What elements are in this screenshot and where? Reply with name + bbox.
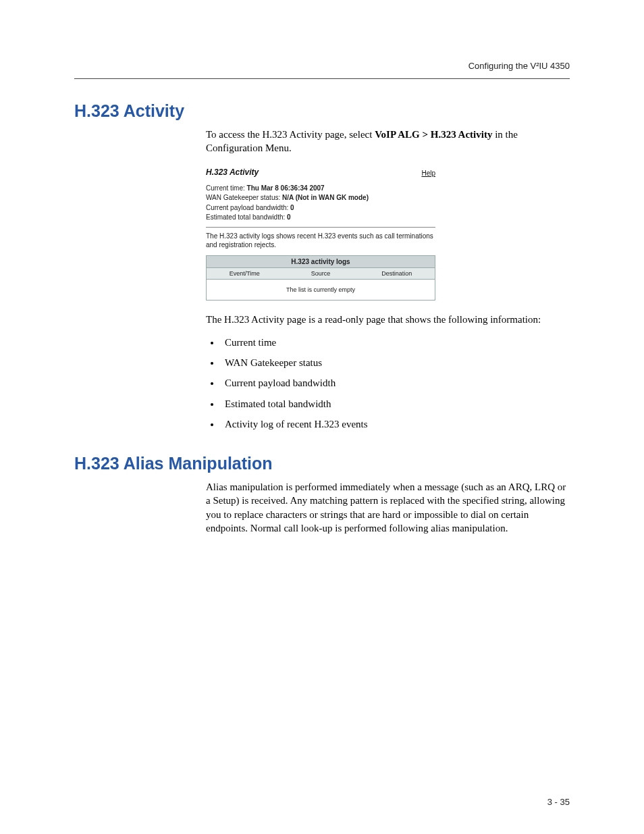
list-item: Current time — [221, 336, 566, 349]
embed-title: H.323 Activity — [206, 167, 259, 177]
table-empty-message: The list is currently empty — [207, 279, 435, 300]
followup-block: The H.323 Activity page is a read-only p… — [206, 313, 566, 432]
stat-payload-bw: Current payload bandwidth: 0 — [206, 203, 435, 213]
section-heading-activity: H.323 Activity — [74, 101, 576, 121]
table-caption: H.323 activity logs — [207, 255, 435, 267]
stat-value: 0 — [287, 213, 291, 221]
list-item: Estimated total bandwidth — [221, 397, 566, 411]
alias-paragraph-block: Alias manipulation is performed immediat… — [206, 480, 566, 535]
stat-label: Current payload bandwidth: — [206, 204, 290, 211]
header-rule — [74, 78, 570, 79]
bullet-list: Current time WAN Gatekeeper status Curre… — [206, 336, 566, 431]
section-heading-alias: H.323 Alias Manipulation — [74, 454, 576, 473]
page-number: 3 - 35 — [547, 797, 570, 807]
list-item: WAN Gatekeeper status — [221, 356, 566, 369]
list-item: Activity log of recent H.323 events — [221, 417, 566, 431]
stat-value: N/A (Not in WAN GK mode) — [282, 194, 369, 201]
col-header-source: Source — [283, 267, 359, 279]
embed-header-row: H.323 Activity Help — [206, 167, 435, 177]
document-page: Configuring the V²IU 4350 H.323 Activity… — [0, 0, 644, 834]
stat-current-time: Current time: Thu Mar 8 06:36:34 2007 — [206, 184, 435, 194]
col-header-destination: Destination — [359, 267, 435, 279]
alias-paragraph: Alias manipulation is performed immediat… — [206, 480, 566, 535]
embed-stats-block: Current time: Thu Mar 8 06:36:34 2007 WA… — [206, 184, 435, 228]
stat-label: Current time: — [206, 184, 247, 192]
stat-value: 0 — [290, 204, 294, 211]
embedded-screenshot: H.323 Activity Help Current time: Thu Ma… — [206, 167, 435, 301]
list-item: Current payload bandwidth — [221, 376, 566, 390]
stat-total-bw: Estimated total bandwidth: 0 — [206, 213, 435, 223]
stat-label: Estimated total bandwidth: — [206, 213, 287, 221]
activity-log-table: H.323 activity logs Event/Time Source De… — [206, 255, 435, 301]
intro-paragraph: To access the H.323 Activity page, selec… — [206, 128, 566, 155]
stat-gatekeeper: WAN Gatekeeper status: N/A (Not in WAN G… — [206, 193, 435, 203]
help-link[interactable]: Help — [421, 170, 435, 177]
col-header-event-time: Event/Time — [207, 267, 283, 279]
intro-text-bold: VoIP ALG > H.323 Activity — [375, 129, 492, 140]
followup-paragraph: The H.323 Activity page is a read-only p… — [206, 313, 566, 326]
embed-description: The H.323 activity logs shows recent H.3… — [206, 232, 435, 250]
intro-text-pre: To access the H.323 Activity page, selec… — [206, 129, 375, 140]
stat-value: Thu Mar 8 06:36:34 2007 — [247, 184, 325, 192]
running-header: Configuring the V²IU 4350 — [468, 61, 570, 71]
stat-label: WAN Gatekeeper status: — [206, 194, 282, 201]
